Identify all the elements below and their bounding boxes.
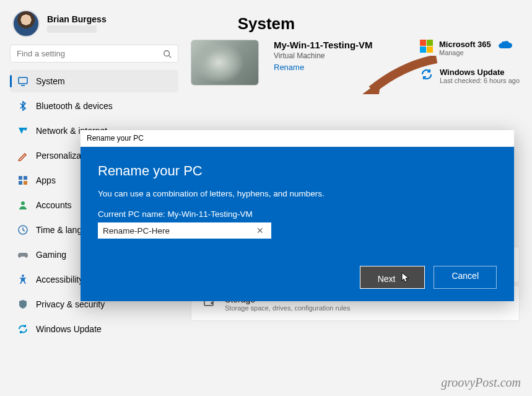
time-icon bbox=[17, 224, 28, 235]
cancel-button[interactable]: Cancel bbox=[434, 266, 497, 289]
bluetooth-icon bbox=[17, 100, 28, 112]
avatar[interactable] bbox=[12, 10, 40, 37]
next-button[interactable]: Next bbox=[360, 266, 425, 289]
accessibility-icon bbox=[17, 274, 28, 285]
card-sub: Manage bbox=[439, 49, 491, 56]
svg-line-1 bbox=[169, 55, 172, 58]
nav-label: Accounts bbox=[36, 200, 72, 210]
nav-label: Accessibility bbox=[36, 275, 83, 284]
apps-icon bbox=[17, 175, 28, 186]
svg-point-10 bbox=[22, 275, 24, 277]
page-title: System bbox=[238, 14, 295, 33]
nav-label: Bluetooth & devices bbox=[36, 101, 113, 111]
windows-update-icon bbox=[17, 323, 28, 335]
nav-label: System bbox=[36, 76, 65, 86]
gaming-icon bbox=[17, 249, 28, 260]
card-title: Microsoft 365 bbox=[439, 40, 491, 49]
personalization-icon bbox=[17, 150, 28, 161]
svg-rect-7 bbox=[24, 181, 27, 185]
search-icon bbox=[163, 50, 172, 58]
sidebar-item-bluetooth[interactable]: Bluetooth & devices bbox=[10, 95, 178, 117]
dialog-heading: Rename your PC bbox=[98, 163, 497, 179]
svg-point-8 bbox=[21, 201, 25, 205]
rename-pc-dialog: Rename your PC Rename your PC You can us… bbox=[81, 130, 514, 301]
card-title: Windows Update bbox=[440, 68, 520, 77]
nav-label: Gaming bbox=[36, 250, 66, 260]
windows-update-card[interactable]: Windows Update Last checked: 6 hours ago bbox=[420, 68, 520, 84]
svg-rect-6 bbox=[19, 181, 22, 185]
sidebar-item-windows-update[interactable]: Windows Update bbox=[10, 318, 178, 340]
pc-subtitle: Virtual Machine bbox=[274, 51, 373, 60]
microsoft-365-card[interactable]: Microsoft 365 Manage bbox=[420, 40, 520, 56]
svg-rect-4 bbox=[19, 176, 22, 180]
nav-label: Apps bbox=[36, 175, 56, 185]
cursor-icon bbox=[401, 272, 411, 283]
pc-name-field[interactable]: ✕ bbox=[98, 222, 271, 239]
clear-input-button[interactable]: ✕ bbox=[254, 226, 266, 235]
nav-label: Windows Update bbox=[36, 324, 102, 334]
onedrive-icon bbox=[497, 40, 513, 51]
next-label: Next bbox=[378, 274, 396, 284]
network-icon bbox=[17, 125, 28, 136]
row-sub: Storage space, drives, configuration rul… bbox=[225, 304, 350, 312]
user-name: Brian Burgess bbox=[47, 14, 107, 24]
svg-rect-5 bbox=[24, 176, 27, 180]
pc-thumbnail bbox=[191, 40, 259, 86]
system-icon bbox=[17, 76, 28, 87]
svg-point-0 bbox=[164, 50, 170, 56]
accounts-icon bbox=[17, 200, 28, 211]
search-box[interactable] bbox=[10, 45, 178, 63]
rename-link[interactable]: Rename bbox=[274, 63, 373, 72]
user-email bbox=[47, 25, 97, 33]
pc-name-input[interactable] bbox=[103, 226, 254, 235]
dialog-description: You can use a combination of letters, hy… bbox=[98, 189, 497, 198]
sidebar-item-system[interactable]: System bbox=[10, 70, 178, 92]
shield-icon bbox=[17, 299, 28, 310]
pc-name: My-Win-11-Testing-VM bbox=[274, 40, 373, 50]
svg-point-14 bbox=[211, 302, 212, 304]
svg-rect-2 bbox=[19, 77, 27, 84]
card-sub: Last checked: 6 hours ago bbox=[440, 77, 520, 84]
watermark: groovyPost.com bbox=[441, 376, 521, 390]
microsoft-logo-icon bbox=[420, 40, 433, 53]
dialog-titlebar: Rename your PC bbox=[81, 130, 514, 147]
dialog-current-name: Current PC name: My-Win-11-Testing-VM bbox=[98, 209, 497, 219]
sync-icon bbox=[420, 68, 434, 81]
header: Brian Burgess System bbox=[5, 5, 527, 40]
search-input[interactable] bbox=[17, 49, 163, 58]
